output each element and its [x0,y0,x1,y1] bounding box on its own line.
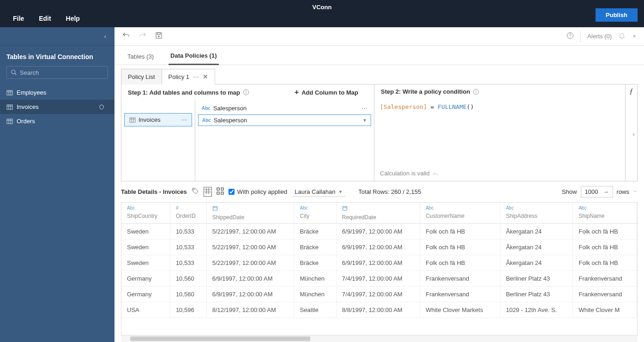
table-cell: 10,533 [170,240,206,255]
column-header-label: Salesperson [213,105,247,112]
with-policy-checkbox-input[interactable] [229,189,235,195]
table-cell: Bräcke [294,255,336,271]
column-header[interactable]: #OrderID [170,203,206,224]
table-label: Invoices [17,103,39,110]
svg-rect-37 [221,192,223,194]
table-cell: Folk och fä HB [420,255,500,271]
with-policy-checkbox[interactable]: With policy applied [229,188,287,195]
sidebar-title: Tables in Virtual Connection [0,46,114,66]
column-header[interactable]: RequiredDate [336,203,420,224]
formula-editor[interactable]: [Salesperson] = FULLNAME() [374,99,625,165]
shield-icon [99,104,104,110]
with-policy-label: With policy applied [237,188,287,195]
save-icon[interactable] [155,32,163,41]
data-table[interactable]: AbcShipCountry#OrderIDShippedDateAbcCity… [121,202,638,336]
policy-tab-list[interactable]: Policy List [121,69,162,84]
tab-data-policies[interactable]: Data Policies (1) [169,48,218,65]
preview-user-select[interactable]: Laura Callahan ▼ [292,187,345,197]
table-cell: Sweden [121,240,170,255]
table-row[interactable]: Germany10,5606/9/1997, 12:00:00 AMMünche… [121,271,637,287]
table-cell: Berliner Platz 43 [500,287,573,302]
scrollbar-thumb[interactable] [130,336,310,341]
horizontal-scrollbar[interactable] [121,336,638,342]
table-cell: Folk och fä HB [573,224,637,240]
table-cell: White Clover Markets [420,302,500,318]
chevron-down-icon[interactable]: ﹀ [633,189,638,195]
arrow-right-icon[interactable]: → [603,188,609,195]
table-cell: Folk och fä HB [573,240,637,255]
column-header[interactable]: AbcCustomerName [420,203,500,224]
tag-icon[interactable] [192,187,199,196]
column-header: Abc Salesperson ⋯ [198,103,371,114]
policy-tab-more-icon[interactable]: ⋯ [193,73,199,80]
tiles-icon[interactable] [217,187,224,196]
table-cell: 10,596 [170,302,206,318]
table-cell: 10,560 [170,271,206,287]
svg-rect-38 [213,207,217,210]
svg-point-21 [246,91,247,91]
column-dropdown-value: Salesperson [214,117,247,124]
column-header[interactable]: AbcShipAddress [500,203,573,224]
table-item-employees[interactable]: Employees [0,85,114,100]
help-icon[interactable] [566,32,574,41]
search-input[interactable] [20,69,104,76]
table-item-orders[interactable]: Orders [0,114,114,128]
table-cell: Seattle [294,302,336,318]
column-header[interactable]: AbcShipName [573,203,637,224]
table-cell: 1029 - 12th Ave. S. [500,302,573,318]
table-row[interactable]: Germany10,5606/9/1997, 12:00:00 AMMünche… [121,287,637,302]
rows-count-input[interactable]: 1000 → [581,186,613,198]
add-column-button[interactable]: + Add Column to Map [295,88,367,96]
search-box[interactable] [6,66,108,79]
column-header[interactable]: AbcShipCountry [121,203,170,224]
bell-icon[interactable] [618,32,626,41]
column-header[interactable]: AbcCity [294,203,336,224]
table-cell: 6/9/1997, 12:00:00 AM [336,224,420,240]
svg-rect-10 [7,119,12,124]
function-panel-toggle[interactable]: ƒ [625,84,637,181]
more-icon[interactable]: ⋯ [361,105,367,112]
calc-status[interactable]: Calculation is valid ︿ [374,165,625,181]
table-row[interactable]: USA10,5968/12/1997, 12:00:00 AMSeattle8/… [121,302,637,318]
close-icon[interactable]: ✕ [203,73,208,80]
redo-icon[interactable] [138,31,147,41]
table-cell: Åkergatan 24 [500,224,573,240]
menu-file[interactable]: File [13,15,24,22]
collapse-panel-icon[interactable]: ‹ [633,131,635,138]
publish-button[interactable]: Publish [596,8,638,22]
table-cell: 5/22/1997, 12:00:00 AM [206,224,294,240]
table-item-invoices[interactable]: Invoices [0,100,114,114]
info-icon[interactable] [473,89,479,95]
info-icon[interactable] [243,89,249,96]
column-dropdown[interactable]: Abc Salesperson ▼ [198,114,371,126]
table-row[interactable]: Sweden10,5335/22/1997, 12:00:00 AMBräcke… [121,240,637,255]
svg-point-28 [476,90,476,90]
abc-type-icon: Abc [202,106,211,111]
formula-function-token: FULLNAME [438,103,467,110]
menu-help[interactable]: Help [66,15,80,22]
grid-icon[interactable] [204,187,212,197]
table-cell: 7/4/1997, 12:00:00 AM [336,287,420,302]
tab-tables[interactable]: Tables (3) [126,48,156,65]
alerts-label[interactable]: Alerts (0) [587,33,612,40]
mapped-table-invoices[interactable]: Invoices ⋯ [124,113,192,126]
policy-tab-policy1[interactable]: Policy 1 ⋯ ✕ [162,69,216,84]
chevron-down-icon: ▼ [362,118,367,123]
collapse-sidebar-icon[interactable]: ‹ [104,33,106,40]
dropdown-caret-icon[interactable]: ▼ [632,34,637,39]
chevron-up-icon: ︿ [433,169,439,177]
table-icon [6,104,13,110]
sidebar: ‹ Tables in Virtual Connection Employees… [0,27,114,342]
column-header[interactable]: ShippedDate [206,203,294,224]
undo-icon[interactable] [122,31,130,41]
menu-edit[interactable]: Edit [39,15,51,22]
more-icon[interactable]: ⋯ [181,116,187,123]
table-row[interactable]: Sweden10,5335/22/1997, 12:00:00 AMBräcke… [121,255,637,271]
total-rows: Total Rows: 260 / 2,155 [358,188,421,195]
table-cell: Frankenversand [573,271,637,287]
table-cell: Germany [121,271,170,287]
table-cell: 6/9/1997, 12:00:00 AM [336,240,420,255]
table-cell: 10,560 [170,287,206,302]
table-row[interactable]: Sweden10,5335/22/1997, 12:00:00 AMBräcke… [121,224,637,240]
table-cell: White Clover M [573,302,637,318]
